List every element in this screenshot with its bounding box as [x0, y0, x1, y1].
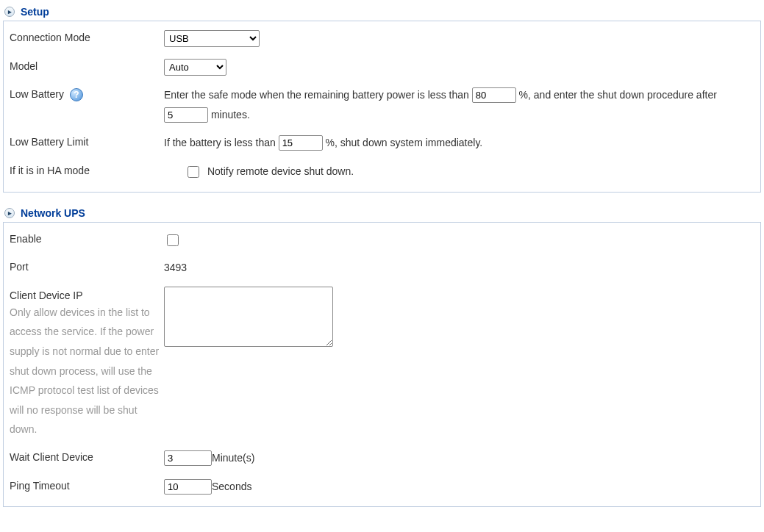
port-value: 3493: [164, 262, 187, 273]
low-battery-text-2: %, and enter the shut down procedure aft…: [516, 89, 717, 101]
setup-section-header[interactable]: ▸ Setup: [4, 6, 761, 18]
enable-checkbox[interactable]: [167, 234, 179, 246]
setup-panel: Connection Mode USB Model Auto Low Batte…: [3, 21, 761, 193]
client-ip-hint: Only allow devices in the list to access…: [10, 303, 164, 439]
connection-mode-select[interactable]: USB: [164, 30, 260, 47]
ping-timeout-label: Ping Timeout: [10, 477, 164, 492]
low-battery-label: Low Battery: [10, 88, 64, 100]
model-label: Model: [10, 57, 164, 72]
ha-mode-label: If it is in HA mode: [10, 162, 164, 176]
low-battery-minutes-input[interactable]: [164, 107, 208, 123]
low-battery-limit-text-2: %, shut down system immediately.: [323, 137, 483, 148]
low-battery-limit-label: Low Battery Limit: [10, 133, 164, 148]
low-battery-text-1: Enter the safe mode when the remaining b…: [164, 89, 472, 101]
chevron-right-icon: ▸: [4, 208, 15, 218]
client-ip-label: Client Device IP: [10, 290, 83, 301]
wait-client-unit: Minute(s): [212, 452, 254, 464]
chevron-right-icon: ▸: [4, 7, 15, 17]
ping-timeout-input[interactable]: [164, 479, 212, 495]
low-battery-text-3: minutes.: [208, 109, 250, 121]
low-battery-limit-input[interactable]: [279, 135, 323, 151]
enable-label: Enable: [10, 230, 164, 245]
low-battery-limit-text-1: If the battery is less than: [164, 137, 279, 148]
low-battery-percent-input[interactable]: [472, 87, 516, 103]
notify-remote-checkbox[interactable]: [188, 166, 199, 178]
help-icon[interactable]: ?: [70, 88, 83, 101]
setup-title: Setup: [21, 6, 49, 18]
model-select[interactable]: Auto: [164, 59, 226, 76]
network-ups-title: Network UPS: [21, 207, 85, 219]
notify-remote-label: Notify remote device shut down.: [207, 165, 354, 177]
connection-mode-label: Connection Mode: [10, 29, 164, 43]
ping-timeout-unit: Seconds: [212, 481, 251, 492]
port-label: Port: [10, 258, 164, 273]
wait-client-label: Wait Client Device: [10, 448, 164, 463]
network-ups-section-header[interactable]: ▸ Network UPS: [4, 207, 761, 219]
client-ip-textarea[interactable]: [164, 287, 333, 347]
wait-client-input[interactable]: [164, 450, 212, 466]
network-ups-panel: Enable Port 3493 Client Device IP Only a…: [3, 222, 761, 508]
